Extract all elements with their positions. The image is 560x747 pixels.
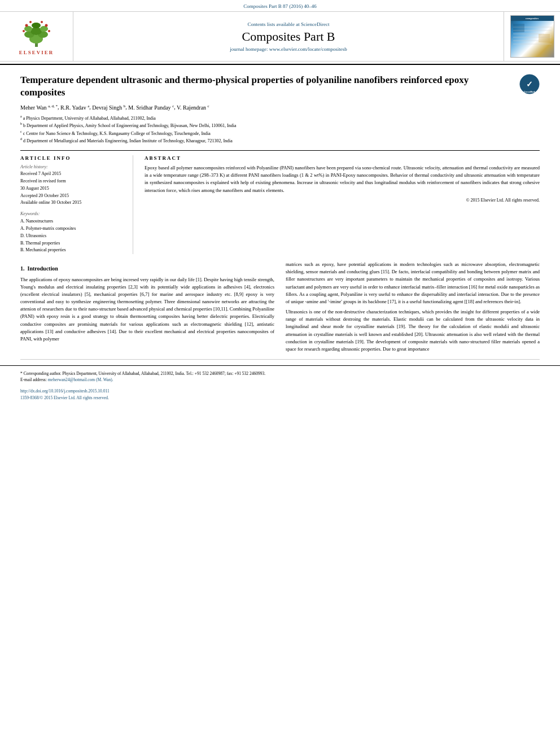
journal-cover-box: composites: [504, 12, 560, 61]
article-dates: Received 7 April 2015 Received in revise…: [20, 171, 125, 207]
svg-point-12: [29, 21, 32, 23]
journal-homepage: journal homepage: www.elsevier.com/locat…: [230, 46, 347, 52]
svg-point-6: [40, 26, 48, 32]
cover-decoration-icon: [510, 23, 554, 54]
author-singh: Devraj Singh b: [92, 104, 125, 111]
abstract-heading: ABSTRACT: [145, 155, 540, 161]
section1-number: 1.: [20, 265, 25, 272]
journal-title: Composites Part B: [242, 29, 335, 44]
article-info-heading: ARTICLE INFO: [20, 155, 125, 161]
elsevier-label: ELSEVIER: [19, 50, 54, 55]
svg-text:✓: ✓: [526, 80, 533, 89]
article-title-text: Temperature dependent ultrasonic and the…: [20, 74, 514, 99]
svg-point-8: [25, 24, 28, 27]
article-content: Temperature dependent ultrasonic and the…: [0, 65, 560, 254]
crossmark-badge-icon: ✓ CrossMark: [519, 74, 540, 94]
body-two-col: 1. Introduction The applications of epox…: [0, 261, 560, 356]
journal-center: Contents lists available at ScienceDirec…: [73, 12, 504, 61]
header-area: ELSEVIER Contents lists available at Sci…: [0, 12, 560, 65]
article-info-column: ARTICLE INFO Article history: Received 7…: [20, 155, 133, 254]
svg-point-13: [41, 21, 43, 23]
author-yadav: R.R. Yadav a: [60, 104, 89, 111]
abstract-text: Epoxy based all polymer nanocomposites r…: [145, 164, 540, 194]
svg-point-10: [23, 30, 25, 32]
affiliation-a: a a Physics Department, University of Al…: [20, 114, 540, 122]
authors-line: Meher Wan a, d, *, R.R. Yadav a, Devraj …: [20, 103, 540, 110]
affiliations-block: a a Physics Department, University of Al…: [20, 114, 540, 145]
footnote-area: * Corresponding author. Physics Departme…: [0, 365, 560, 386]
keywords-label: Keywords:: [20, 211, 125, 216]
date-received: Received 7 April 2015: [20, 171, 125, 178]
section1-title: Introduction: [28, 265, 58, 272]
email-label: E-mail address:: [20, 377, 47, 382]
svg-rect-21: [539, 34, 550, 42]
keyword-3: B. Thermal properties: [20, 240, 125, 247]
affiliation-c: c c Centre for Nano Science & Technology…: [20, 129, 540, 137]
email-link[interactable]: meherwan24@hotmail.com (M. Wan).: [48, 377, 113, 382]
svg-point-4: [30, 27, 42, 35]
keyword-1: A. Polymer-matrix composites: [20, 225, 125, 233]
footnote-separator: [20, 359, 540, 360]
abstract-column: ABSTRACT Epoxy based all polymer nanocom…: [145, 155, 540, 254]
science-direct-info: Contents lists available at ScienceDirec…: [248, 21, 330, 27]
issn-text: 1359-8368/© 2015 Elsevier Ltd. All right…: [20, 395, 540, 402]
section1-para1: The applications of epoxy nanocomposites…: [20, 276, 274, 343]
header-top: ELSEVIER Contents lists available at Sci…: [0, 12, 560, 62]
section1-heading: 1. Introduction: [20, 264, 274, 273]
body-col-right: matrices such as epoxy, have potential a…: [286, 261, 540, 356]
science-direct-link[interactable]: ScienceDirect: [301, 21, 329, 27]
corresponding-author-note: * Corresponding author. Physics Departme…: [20, 370, 540, 377]
keyword-4: B. Mechanical properties: [20, 247, 125, 254]
doi-link: http://dx.doi.org/10.1016/j.compositesb.…: [20, 388, 540, 395]
author-panday: M. Sridhar Panday c: [128, 104, 174, 111]
history-label: Article history:: [20, 164, 125, 169]
journal-citation: Composites Part B 87 (2016) 40–46: [243, 3, 317, 9]
affiliation-b: b b Department of Applied Physics, Amity…: [20, 121, 540, 129]
svg-point-7: [32, 23, 41, 28]
journal-bar: Composites Part B 87 (2016) 40–46: [0, 0, 560, 12]
keywords-section: Keywords: A. Nanostructures A. Polymer-m…: [20, 211, 125, 254]
keyword-2: D. Ultrasonics: [20, 233, 125, 240]
elsevier-logo-box: ELSEVIER: [0, 12, 73, 61]
doi-text[interactable]: http://dx.doi.org/10.1016/j.compositesb.…: [20, 388, 110, 394]
section1-para2: matrices such as epoxy, have potential a…: [286, 261, 540, 305]
date-revised: 30 August 2015: [20, 185, 125, 193]
body-col-left: 1. Introduction The applications of epox…: [20, 261, 274, 356]
svg-point-5: [24, 26, 32, 32]
author-rajendran: V. Rajendran c: [177, 104, 209, 111]
date-revised-label: Received in revised form: [20, 178, 125, 185]
author-meher-wan: Meher Wan a, d, *: [20, 104, 58, 111]
svg-text:CrossMark: CrossMark: [524, 90, 536, 93]
journal-homepage-link[interactable]: www.elsevier.com/locate/compositesb: [269, 46, 347, 52]
bottom-links: http://dx.doi.org/10.1016/j.compositesb.…: [0, 386, 560, 405]
journal-cover-image: composites: [510, 15, 554, 58]
svg-point-11: [48, 30, 50, 32]
page: Composites Part B 87 (2016) 40–46: [0, 0, 560, 747]
elsevier-tree-icon: [18, 18, 55, 49]
email-note: E-mail address: meherwan24@hotmail.com (…: [20, 377, 540, 383]
keyword-0: A. Nanostructures: [20, 218, 125, 225]
section1-para3: Ultrasonics is one of the non-destructiv…: [286, 308, 540, 353]
svg-point-9: [45, 24, 48, 27]
copyright-line: © 2015 Elsevier Ltd. All rights reserved…: [145, 198, 540, 203]
affiliation-d: d d Department of Metallurgical and Mate…: [20, 137, 540, 145]
article-info-abstract-section: ARTICLE INFO Article history: Received 7…: [20, 150, 540, 254]
date-online: Available online 30 October 2015: [20, 199, 125, 207]
article-title-block: Temperature dependent ultrasonic and the…: [20, 74, 540, 99]
svg-rect-20: [513, 24, 524, 32]
date-accepted: Accepted 20 October 2015: [20, 193, 125, 200]
cover-label: composites: [511, 16, 554, 21]
